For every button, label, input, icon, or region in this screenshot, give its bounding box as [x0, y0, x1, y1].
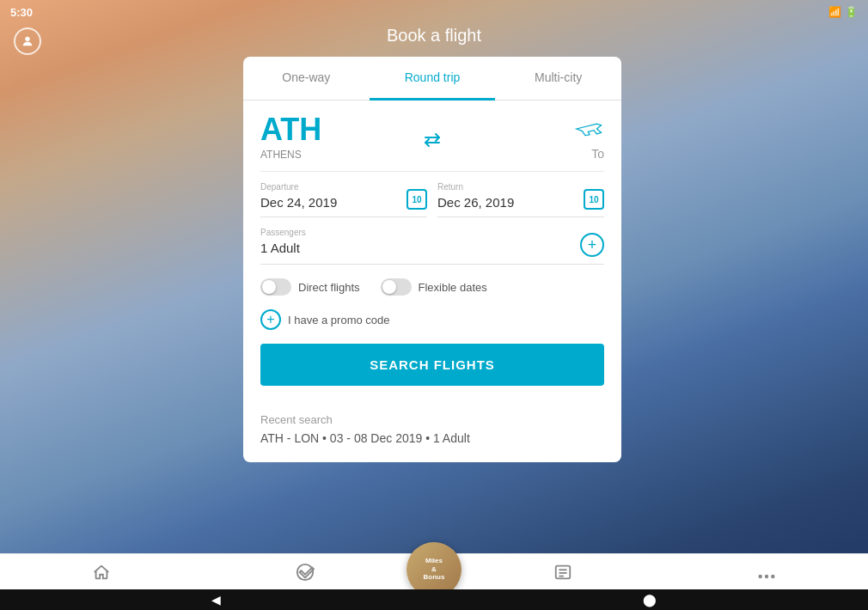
miles-logo: Miles&Bonus — [424, 557, 445, 582]
tab-multi-city[interactable]: Multi-city — [495, 57, 621, 101]
booking-card: One-way Round trip Multi-city ATH ATHENS — [243, 57, 621, 462]
departure-block[interactable]: Departure Dec 24, 2019 10 — [260, 182, 427, 217]
return-calendar-icon[interactable]: 10 — [584, 187, 604, 210]
departure-value: Dec 24, 2019 — [260, 195, 427, 210]
origin-code: ATH — [260, 114, 432, 145]
wifi-icon: 📶 — [828, 6, 841, 18]
home-system-button[interactable]: ⬤ — [643, 593, 657, 607]
my-trips-icon — [553, 563, 572, 587]
toggles-row: Direct flights Flexible dates — [260, 278, 604, 296]
promo-label: I have a promo code — [288, 314, 390, 326]
passengers-row: Passengers 1 Adult + — [260, 228, 604, 265]
tab-round-trip[interactable]: Round trip — [370, 57, 496, 101]
book-icon — [296, 563, 315, 587]
add-passenger-button[interactable]: + — [580, 233, 604, 257]
card-body: ATH ATHENS To — [243, 101, 621, 413]
destination-label: To — [432, 147, 604, 161]
flexible-dates-label: Flexible dates — [419, 281, 487, 294]
tab-one-way[interactable]: One-way — [243, 57, 370, 101]
recent-search-value[interactable]: ATH - LON • 03 - 08 Dec 2019 • 1 Adult — [260, 431, 604, 445]
flexible-dates-toggle[interactable] — [381, 278, 412, 296]
return-block[interactable]: Return Dec 26, 2019 10 — [437, 182, 604, 217]
passengers-label: Passengers — [260, 228, 604, 237]
flexible-dates-knob — [382, 280, 396, 294]
departure-label: Departure — [260, 182, 427, 192]
od-row: ATH ATHENS To — [260, 114, 604, 161]
back-button[interactable]: ◀ — [211, 593, 221, 607]
departure-cal-badge: 10 — [406, 189, 427, 210]
more-icon — [757, 564, 776, 586]
miles-bonus-button[interactable]: Miles&Bonus — [406, 542, 462, 597]
svg-point-7 — [765, 574, 768, 577]
recent-search-title: Recent search — [260, 413, 604, 426]
flexible-dates-toggle-item: Flexible dates — [381, 278, 487, 296]
search-flights-button[interactable]: SEARCH FLIGHTS — [260, 344, 604, 386]
origin-name: ATHENS — [260, 149, 432, 161]
return-value: Dec 26, 2019 — [437, 195, 604, 210]
divider-od — [260, 171, 604, 172]
direct-flights-knob — [262, 280, 276, 294]
page-title: Book a flight — [0, 26, 868, 46]
direct-flights-toggle-item: Direct flights — [260, 278, 360, 296]
status-time: 5:30 — [10, 6, 33, 19]
system-nav-bar: ◀ ⬤ — [0, 589, 868, 610]
direct-flights-label: Direct flights — [298, 281, 360, 294]
origin-block: ATH ATHENS — [260, 114, 432, 161]
status-bar: 5:30 📶 🔋 — [0, 0, 868, 24]
trip-type-tabs: One-way Round trip Multi-city — [243, 57, 621, 101]
return-cal-badge: 10 — [584, 189, 604, 210]
promo-row[interactable]: + I have a promo code — [260, 309, 604, 330]
departure-calendar-icon[interactable]: 10 — [406, 187, 427, 210]
return-label: Return — [437, 182, 604, 192]
promo-add-icon: + — [260, 309, 281, 330]
date-row: Departure Dec 24, 2019 10 Return Dec 26,… — [260, 182, 604, 217]
direct-flights-toggle[interactable] — [260, 278, 291, 296]
swap-button[interactable] — [420, 131, 444, 154]
home-icon — [92, 563, 111, 587]
destination-block: To — [432, 119, 604, 161]
plane-icon — [432, 119, 604, 143]
svg-point-8 — [771, 574, 774, 577]
svg-point-6 — [758, 574, 761, 577]
battery-icon: 🔋 — [845, 6, 858, 18]
passengers-value: 1 Adult — [260, 241, 604, 255]
recent-search-section: Recent search ATH - LON • 03 - 08 Dec 20… — [243, 413, 621, 445]
status-icons: 📶 🔋 — [828, 6, 858, 18]
